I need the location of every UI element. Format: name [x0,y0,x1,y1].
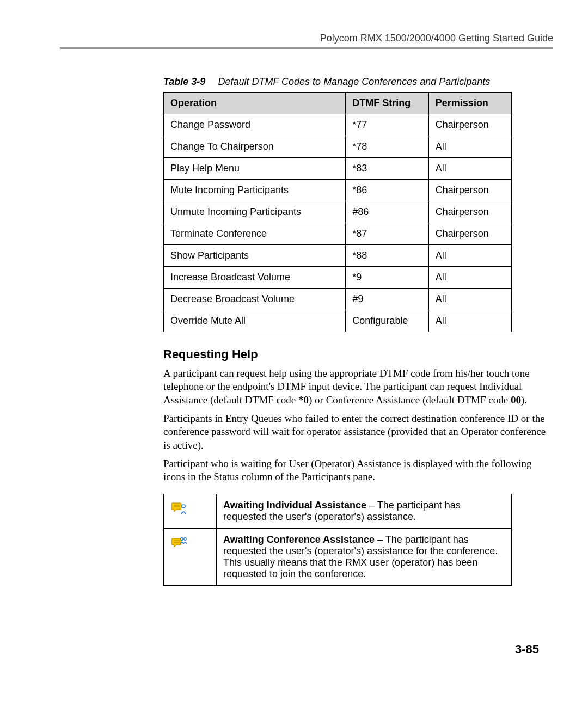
table-row: Play Help Menu *83 All [164,158,512,180]
p1-b: *0 [298,394,309,406]
cell-dtmf: *77 [346,114,429,136]
cell-operation: Change To Chairperson [164,136,346,158]
cell-operation: Unmute Incoming Participants [164,201,346,223]
table-row: Terminate Conference *87 Chairperson [164,223,512,245]
body-paragraph: Participant who is waiting for User (Ope… [163,457,553,484]
cell-operation: Mute Incoming Participants [164,180,346,201]
assistance-description: Awaiting Conference Assistance – The par… [217,528,512,585]
cell-permission: All [428,158,511,180]
svg-point-2 [182,505,185,508]
conference-assistance-icon [171,536,187,550]
p1-d: 00 [511,394,521,406]
cell-operation: Play Help Menu [164,158,346,180]
cell-operation: Change Password [164,114,346,136]
table-label: Table 3-9 [163,76,205,87]
cell-operation: Terminate Conference [164,223,346,245]
cell-permission: All [428,136,511,158]
cell-dtmf: *87 [346,223,429,245]
table-row: Increase Broadcast Volume *9 All [164,267,512,289]
table-caption-text: Default DTMF Codes to Manage Conferences… [218,76,490,87]
cell-permission: Chairperson [428,114,511,136]
cell-dtmf: *88 [346,245,429,267]
cell-operation: Decrease Broadcast Volume [164,289,346,310]
svg-point-6 [184,537,186,540]
cell-permission: Chairperson [428,223,511,245]
cell-permission: All [428,289,511,310]
assist-title: Awaiting Conference Assistance [223,534,375,545]
p1-e: ). [521,394,527,406]
document-page: Polycom RMX 1500/2000/4000 Getting Start… [0,0,588,711]
assistance-description: Awaiting Individual Assistance – The par… [217,494,512,528]
individual-assistance-icon [171,502,187,516]
body-paragraph: A participant can request help using the… [163,367,553,407]
cell-permission: Chairperson [428,201,511,223]
page-header: Polycom RMX 1500/2000/4000 Getting Start… [60,33,553,44]
icon-cell [164,528,217,585]
table-row: Change To Chairperson *78 All [164,136,512,158]
dtmf-codes-table: Operation DTMF String Permission Change … [163,92,512,332]
table-row: Unmute Incoming Participants #86 Chairpe… [164,201,512,223]
col-header-permission: Permission [428,93,511,114]
cell-permission: All [428,267,511,289]
table-row: Awaiting Conference Assistance – The par… [164,528,512,585]
content-area: Table 3-9 Default DTMF Codes to Manage C… [163,76,553,586]
cell-permission: All [428,245,511,267]
table-row: Show Participants *88 All [164,245,512,267]
cell-operation: Show Participants [164,245,346,267]
cell-dtmf: *83 [346,158,429,180]
table-header-row: Operation DTMF String Permission [164,93,512,114]
cell-operation: Increase Broadcast Volume [164,267,346,289]
body-paragraph: Participants in Entry Queues who failed … [163,412,553,452]
table-row: Override Mute All Configurable All [164,310,512,332]
cell-operation: Override Mute All [164,310,346,332]
page-number: 3-85 [515,642,539,657]
assistance-icons-table: Awaiting Individual Assistance – The par… [163,494,512,586]
p1-c: ) or Conference Assistance (default DTMF… [309,394,511,406]
assist-title: Awaiting Individual Assistance [223,500,366,511]
cell-permission: All [428,310,511,332]
svg-point-5 [181,537,183,540]
cell-dtmf: #9 [346,289,429,310]
cell-dtmf: *78 [346,136,429,158]
cell-permission: Chairperson [428,180,511,201]
col-header-dtmf: DTMF String [346,93,429,114]
section-heading: Requesting Help [163,347,553,361]
table-row: Mute Incoming Participants *86 Chairpers… [164,180,512,201]
table-row: Change Password *77 Chairperson [164,114,512,136]
header-rule [60,47,553,49]
cell-dtmf: Configurable [346,310,429,332]
cell-dtmf: *86 [346,180,429,201]
cell-dtmf: *9 [346,267,429,289]
table-row: Decrease Broadcast Volume #9 All [164,289,512,310]
table-caption: Table 3-9 Default DTMF Codes to Manage C… [163,76,553,88]
table-row: Awaiting Individual Assistance – The par… [164,494,512,528]
col-header-operation: Operation [164,93,346,114]
icon-cell [164,494,217,528]
cell-dtmf: #86 [346,201,429,223]
